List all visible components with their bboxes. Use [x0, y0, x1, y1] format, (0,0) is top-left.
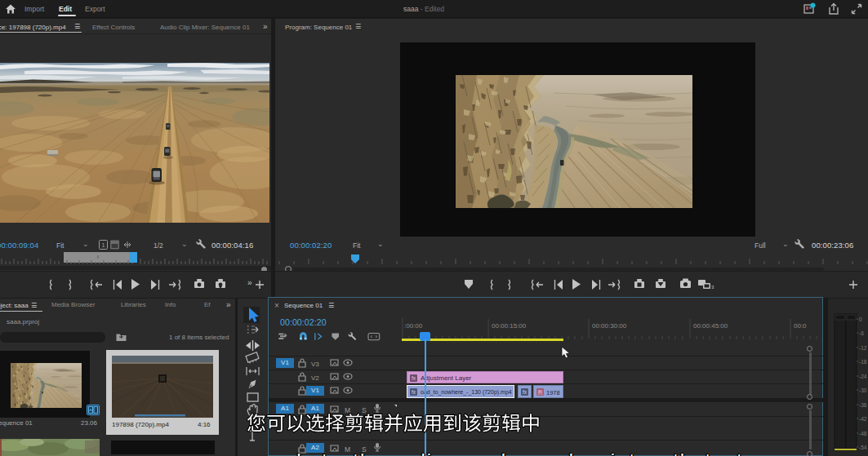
svg-text:00:0: 00:0	[794, 322, 807, 330]
svg-text:fx: fx	[523, 389, 527, 395]
svg-text:V3: V3	[311, 361, 319, 368]
svg-text:-42: -42	[859, 416, 867, 422]
svg-text:1: 1	[101, 241, 105, 249]
svg-text:-6: -6	[859, 330, 864, 336]
svg-text:-54: -54	[859, 445, 867, 450]
svg-text:-24: -24	[859, 374, 867, 379]
svg-text:-48: -48	[859, 431, 867, 436]
svg-text:3: 3	[711, 285, 714, 290]
svg-text:V2: V2	[311, 374, 319, 382]
svg-text:00:00:30:00: 00:00:30:00	[592, 322, 627, 330]
svg-text:图: 图	[538, 390, 543, 396]
svg-text::00:00: :00:00	[404, 322, 423, 330]
svg-text:00:00:15:00: 00:00:15:00	[492, 322, 527, 330]
svg-text:-36: -36	[859, 402, 867, 408]
svg-text:»: »	[247, 278, 252, 287]
svg-text:fx: fx	[412, 389, 416, 395]
svg-text:-30: -30	[859, 387, 867, 393]
svg-text:0: 0	[859, 317, 862, 322]
svg-text:-12: -12	[859, 345, 867, 351]
svg-text:-18: -18	[859, 359, 867, 365]
svg-text:00:00:45:00: 00:00:45:00	[693, 322, 728, 330]
svg-text:fx: fx	[412, 375, 416, 381]
